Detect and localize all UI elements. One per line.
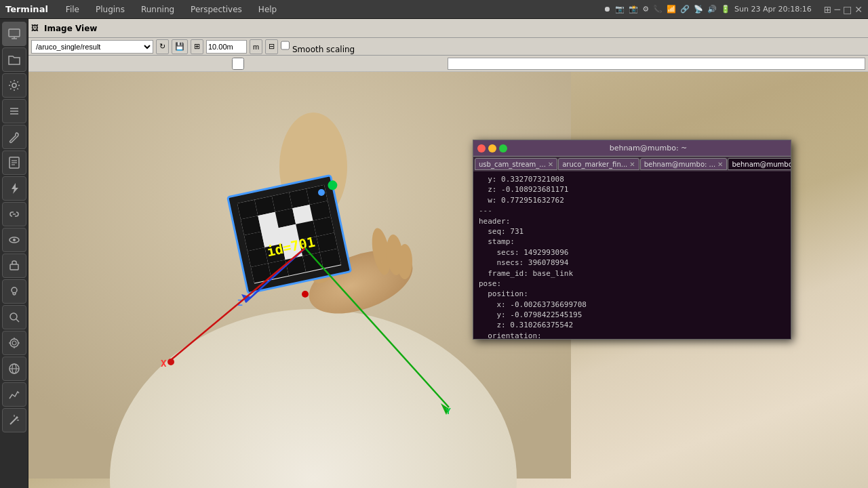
sidebar-icon-list[interactable] bbox=[2, 99, 26, 123]
tab-0-close[interactable]: ✕ bbox=[548, 161, 553, 168]
mouse-topic-checkbox[interactable] bbox=[31, 58, 445, 70]
battery-icon: 🔋 bbox=[721, 5, 730, 14]
terminal-close-button[interactable] bbox=[477, 144, 486, 152]
term-line-11: position: bbox=[479, 289, 785, 299]
term-line-2: w: 0.772951632762 bbox=[479, 195, 785, 205]
bluetooth-icon: 📡 bbox=[694, 5, 703, 14]
term-line-0: y: 0.332707321008 bbox=[479, 174, 785, 184]
sidebar-icon-monitor[interactable] bbox=[2, 22, 26, 46]
network-icon: 🔗 bbox=[680, 5, 690, 14]
terminal-title: behnam@mumbo: ~ bbox=[510, 144, 787, 152]
svg-point-3 bbox=[12, 83, 16, 87]
topic-dropdown[interactable]: /aruco_single/result bbox=[31, 40, 153, 54]
sidebar-icon-chart[interactable] bbox=[2, 382, 26, 407]
term-line-12: x: -0.00263736699708 bbox=[479, 300, 785, 310]
term-line-15: orientation: bbox=[479, 331, 785, 339]
term-line-6: stamp: bbox=[479, 237, 785, 247]
mouse-bar: /aruco_single/result_mouse_left bbox=[28, 56, 868, 72]
distance-input[interactable] bbox=[206, 40, 247, 54]
tab-1-close[interactable]: ✕ bbox=[629, 161, 635, 168]
term-line-1: z: -0.108923681171 bbox=[479, 184, 785, 195]
topic-bar: /aruco_single/result ↻ 💾 ⊞ m ⊟ Smooth sc… bbox=[28, 38, 868, 56]
app-title: Terminal bbox=[5, 4, 48, 14]
sidebar-icon-globe[interactable] bbox=[2, 357, 26, 381]
terminal-tab-0[interactable]: usb_cam_stream_... ✕ bbox=[475, 158, 557, 170]
term-line-7: secs: 1492993096 bbox=[479, 247, 785, 258]
sidebar-icon-magic[interactable] bbox=[2, 408, 26, 432]
menu-bar: Terminal File Plugins Running Perspectiv… bbox=[0, 0, 868, 19]
sidebar-icon-folder[interactable] bbox=[2, 47, 26, 72]
image-view: id=701 Z X Y bbox=[28, 72, 868, 488]
svg-point-19 bbox=[12, 341, 16, 345]
main-layout: 🖼 Image View /aruco_single/result ↻ 💾 ⊞ … bbox=[0, 19, 868, 488]
sidebar-icon-note[interactable] bbox=[2, 150, 26, 175]
sidebar-icon-wrench[interactable] bbox=[2, 125, 26, 149]
sidebar-icon-search[interactable] bbox=[2, 305, 26, 329]
svg-point-13 bbox=[13, 239, 16, 241]
sidebar-icon-bulb[interactable] bbox=[2, 279, 26, 304]
record-icon: ⏺ bbox=[604, 5, 611, 14]
terminal-tab-1[interactable]: aruco_marker_fin... ✕ bbox=[558, 158, 639, 170]
window-close-btn[interactable]: ✕ bbox=[854, 4, 863, 15]
tab-0-label: usb_cam_stream_... bbox=[479, 161, 546, 168]
terminal-maximize-button[interactable] bbox=[499, 144, 507, 152]
image-view-label: Image View bbox=[44, 24, 97, 33]
sidebar-icon-bolt[interactable] bbox=[2, 176, 26, 201]
refresh-button[interactable]: ↻ bbox=[156, 39, 169, 54]
rviz-area: 🖼 Image View /aruco_single/result ↻ 💾 ⊞ … bbox=[28, 19, 868, 488]
terminal-window: behnam@mumbo: ~ usb_cam_stream_... ✕ aru… bbox=[473, 140, 791, 340]
smooth-scaling-checkbox[interactable] bbox=[281, 39, 290, 52]
svg-point-16 bbox=[10, 313, 17, 320]
menu-running[interactable]: Running bbox=[137, 3, 178, 16]
screenshot-icon: 📸 bbox=[629, 5, 638, 14]
menu-perspectives[interactable]: Perspectives bbox=[186, 3, 246, 16]
menu-help[interactable]: Help bbox=[254, 3, 281, 16]
image-icon: 🖼 bbox=[31, 24, 39, 33]
window-max-btn[interactable]: □ bbox=[843, 4, 852, 15]
terminal-tab-2[interactable]: behnam@mumbo: ... ✕ bbox=[640, 158, 728, 170]
grid-button[interactable]: ⊟ bbox=[265, 39, 278, 54]
smooth-scaling-container: Smooth scaling bbox=[281, 39, 355, 54]
term-line-10: pose: bbox=[479, 279, 785, 289]
tab-1-label: aruco_marker_fin... bbox=[562, 161, 627, 168]
sidebar-icon-chain[interactable] bbox=[2, 202, 26, 226]
sidebar-icon-gear[interactable] bbox=[2, 73, 26, 98]
term-line-14: z: 0.310266375542 bbox=[479, 320, 785, 330]
term-line-5: seq: 731 bbox=[479, 226, 785, 237]
save-button[interactable]: 💾 bbox=[172, 39, 188, 54]
sidebar-icon-target[interactable] bbox=[2, 331, 26, 355]
term-line-9: frame_id: base_link bbox=[479, 268, 785, 279]
svg-line-17 bbox=[16, 319, 19, 322]
window-menu-btn[interactable]: ⊞ bbox=[824, 4, 832, 15]
terminal-tab-3[interactable]: behnam@mumbo: ~ ✕ bbox=[728, 158, 791, 170]
menu-file[interactable]: File bbox=[62, 3, 83, 16]
volume-icon: 🔊 bbox=[707, 5, 717, 14]
settings-icon: ⚙ bbox=[642, 5, 649, 14]
term-line-4: header: bbox=[479, 216, 785, 226]
svg-rect-14 bbox=[10, 264, 18, 270]
tab-2-close[interactable]: ✕ bbox=[717, 161, 723, 168]
sidebar-icon-eye[interactable] bbox=[2, 228, 26, 252]
terminal-content[interactable]: y: 0.332707321008 z: -0.108923681171 w: … bbox=[473, 171, 791, 339]
svg-point-18 bbox=[10, 339, 18, 347]
wifi-icon: 📶 bbox=[667, 5, 676, 14]
mouse-topic-input[interactable]: /aruco_single/result_mouse_left bbox=[448, 58, 865, 70]
sidebar bbox=[0, 19, 28, 488]
distance-unit-button[interactable]: m bbox=[250, 39, 262, 54]
term-line-3: --- bbox=[479, 205, 785, 216]
rviz-toolbar: 🖼 Image View bbox=[28, 19, 868, 38]
svg-rect-0 bbox=[9, 29, 20, 37]
window-min-btn[interactable]: ─ bbox=[835, 4, 840, 15]
terminal-titlebar: behnam@mumbo: ~ bbox=[473, 140, 791, 157]
term-line-13: y: -0.0798422545195 bbox=[479, 310, 785, 320]
terminal-minimize-button[interactable] bbox=[488, 144, 496, 152]
status-icons: ⏺ 📷 📸 ⚙ 📞 📶 🔗 📡 🔊 🔋 Sun 23 Apr 20:18:16 bbox=[604, 5, 812, 14]
menu-plugins[interactable]: Plugins bbox=[92, 3, 129, 16]
expand-button[interactable]: ⊞ bbox=[191, 39, 203, 54]
terminal-tabs: usb_cam_stream_... ✕ aruco_marker_fin...… bbox=[473, 157, 791, 171]
smooth-scaling-label: Smooth scaling bbox=[292, 45, 355, 54]
camera-icon: 📷 bbox=[615, 5, 625, 14]
svg-point-15 bbox=[12, 287, 17, 293]
datetime: Sun 23 Apr 20:18:16 bbox=[734, 5, 812, 14]
sidebar-icon-tools[interactable] bbox=[2, 253, 26, 278]
